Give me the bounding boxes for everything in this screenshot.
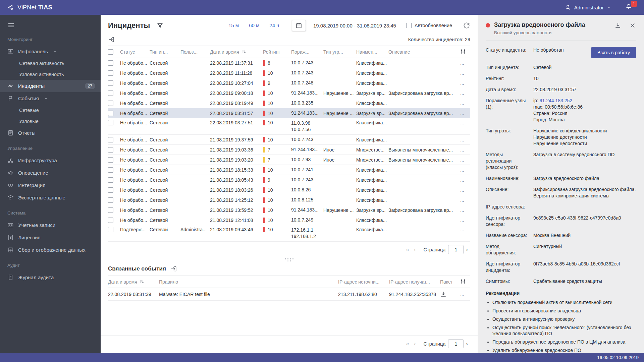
sidebar-item[interactable]: Отчеты	[0, 127, 101, 139]
incident-row[interactable]: Не обрабо...Сетевой22.08.2019 09:00:1810…	[108, 88, 470, 98]
column-header[interactable]: Пораж...	[291, 49, 323, 55]
prev-page-button[interactable]: ‹	[412, 247, 418, 252]
sidebar-subitem[interactable]: Узловые	[0, 116, 101, 127]
row-checkbox[interactable]	[108, 70, 120, 76]
next-page-button[interactable]: ›	[464, 341, 470, 347]
time-range-link[interactable]: 24 ч	[269, 22, 279, 28]
filter-icon[interactable]	[157, 22, 163, 29]
hamburger-menu-icon[interactable]	[0, 15, 22, 30]
row-more-button[interactable]: ...	[460, 292, 470, 297]
row-checkbox[interactable]	[108, 227, 120, 232]
column-header[interactable]: Рейтинг	[263, 49, 291, 55]
row-more-button[interactable]: ...	[460, 177, 470, 183]
row-more-button[interactable]: ...	[460, 120, 470, 125]
row-checkbox[interactable]	[108, 90, 120, 96]
column-header[interactable]: Пакет	[440, 279, 460, 285]
incident-row[interactable]: Не обрабо...Сетевой22.08.2019 11:11:2810…	[108, 68, 470, 78]
column-header[interactable]: Статус	[120, 49, 150, 55]
date-range[interactable]: 19.08.2019 00:00 - 31.08.2019 23:45	[313, 23, 396, 28]
sidebar-item[interactable]: Учетные записи	[0, 219, 101, 231]
incident-row[interactable]: Не обрабо...Сетевой21.08.2019 13:59:5210…	[108, 205, 470, 215]
sidebar-item[interactable]: Экспертные данные	[0, 191, 101, 204]
sidebar-item[interactable]: Инфраструктура	[0, 154, 101, 167]
column-header[interactable]: Польз...	[180, 49, 210, 55]
column-header[interactable]: Дата и время	[210, 49, 263, 55]
row-checkbox[interactable]	[108, 187, 120, 193]
sort-icon[interactable]	[139, 279, 144, 284]
columns-settings-icon[interactable]	[460, 49, 466, 54]
refresh-icon[interactable]	[463, 22, 470, 29]
sidebar-item[interactable]: Инциденты27	[0, 80, 101, 92]
column-header[interactable]: Дата и время	[108, 279, 159, 285]
column-header[interactable]: IP-адрес источни...	[338, 279, 389, 285]
page-input[interactable]	[448, 339, 464, 348]
row-more-button[interactable]: ...	[460, 80, 470, 86]
sidebar-subitem[interactable]: Сетевые	[0, 105, 101, 116]
row-more-button[interactable]: ...	[460, 227, 470, 232]
time-range-link[interactable]: 60 м	[249, 22, 259, 28]
sidebar-item[interactable]: События	[0, 92, 101, 105]
download-icon[interactable]	[614, 22, 621, 29]
row-more-button[interactable]: ...	[460, 101, 470, 106]
notifications-button[interactable]: 1	[625, 3, 632, 11]
incident-row[interactable]: Подтверж...СетевойAdministra...21.08.201…	[108, 225, 470, 242]
row-checkbox[interactable]	[108, 218, 120, 223]
row-checkbox[interactable]	[108, 157, 120, 163]
first-page-button[interactable]: «	[404, 341, 411, 347]
incident-row[interactable]: Не обрабо...Сетевой22.08.2019 11:37:3181…	[108, 58, 470, 68]
sidebar-subitem[interactable]: Узловая активность	[0, 69, 101, 80]
incident-row[interactable]: Не обрабо...Сетевой22.08.2019 03:31:5710…	[108, 108, 470, 118]
row-more-button[interactable]: ...	[460, 187, 470, 193]
sidebar-subitem[interactable]: Сетевая активность	[0, 58, 101, 69]
row-more-button[interactable]: ...	[460, 60, 470, 66]
export-icon[interactable]	[108, 36, 115, 43]
row-checkbox[interactable]	[108, 137, 120, 142]
incident-row[interactable]: Не обрабо...Сетевой22.08.2019 03:27:5110…	[108, 118, 470, 135]
column-header[interactable]: Описание	[388, 49, 460, 55]
affected-node-ip-link[interactable]: 91.244.183.252	[540, 98, 572, 103]
row-checkbox[interactable]	[108, 197, 120, 203]
row-checkbox[interactable]	[108, 60, 120, 66]
row-more-button[interactable]: ...	[460, 70, 470, 76]
row-more-button[interactable]: ...	[460, 147, 470, 153]
row-checkbox[interactable]	[108, 147, 120, 153]
incident-row[interactable]: Не обрабо...Сетевой21.08.2019 14:25:1210…	[108, 195, 470, 205]
column-header[interactable]: IP-адрес получат...	[389, 279, 440, 285]
sidebar-item[interactable]: Журнал аудита	[0, 271, 101, 284]
close-icon[interactable]	[629, 22, 636, 29]
column-header[interactable]: Наимен...	[356, 49, 388, 55]
event-row[interactable]: 22.08.2019 03:31:39Malware: EICAR test f…	[108, 288, 470, 301]
splitter-handle[interactable]	[285, 258, 294, 261]
row-more-button[interactable]: ...	[460, 111, 470, 116]
sidebar-item[interactable]: Оповещение	[0, 167, 101, 179]
user-menu[interactable]: Administrator	[565, 4, 612, 11]
packet-download-icon[interactable]	[440, 291, 447, 298]
row-more-button[interactable]: ...	[460, 90, 470, 96]
page-input[interactable]	[448, 245, 464, 254]
incident-row[interactable]: Не обрабо...Сетевой21.08.2019 19:03:3679…	[108, 145, 470, 155]
sidebar-item[interactable]: Лицензия	[0, 231, 101, 244]
incident-row[interactable]: Не обрабо...Сетевой21.08.2019 18:03:2610…	[108, 185, 470, 195]
row-checkbox[interactable]	[108, 167, 120, 173]
column-header[interactable]: Тип угр...	[323, 49, 356, 55]
column-header[interactable]: Правило	[159, 279, 338, 285]
sort-icon[interactable]	[241, 49, 246, 54]
incident-row[interactable]: Не обрабо...Сетевой21.08.2019 19:03:2071…	[108, 155, 470, 165]
row-checkbox[interactable]	[108, 177, 120, 183]
incident-row[interactable]: Не обрабо...Сетевой21.08.2019 19:37:5910…	[108, 135, 470, 145]
prev-page-button[interactable]: ‹	[412, 341, 418, 347]
sidebar-item[interactable]: Сбор и отображение данных	[0, 244, 101, 256]
row-more-button[interactable]: ...	[460, 137, 470, 142]
column-header[interactable]: Тип ин...	[150, 49, 180, 55]
sidebar-item[interactable]: Интеграция	[0, 179, 101, 191]
row-checkbox[interactable]	[108, 80, 120, 86]
incident-row[interactable]: Не обрабо...Сетевой21.08.2019 18:15:3310…	[108, 165, 470, 175]
select-all-checkbox[interactable]	[108, 49, 120, 55]
calendar-button[interactable]	[292, 20, 306, 31]
row-checkbox[interactable]	[108, 101, 120, 106]
row-checkbox[interactable]	[108, 111, 120, 116]
row-more-button[interactable]: ...	[460, 197, 470, 203]
incident-row[interactable]: Не обрабо...Сетевой21.08.2019 12:41:0810…	[108, 215, 470, 225]
row-checkbox[interactable]	[108, 120, 120, 125]
first-page-button[interactable]: «	[404, 247, 411, 252]
